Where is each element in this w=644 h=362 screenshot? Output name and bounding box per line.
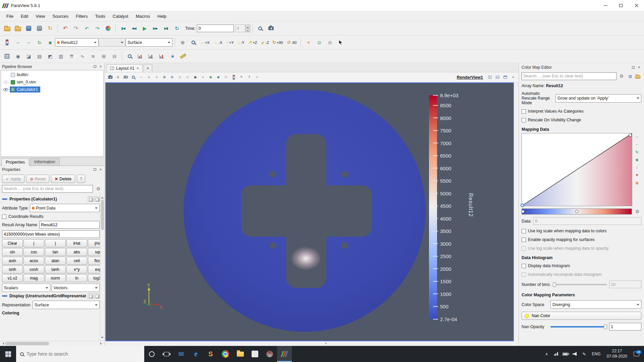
- clear-selection-button[interactable]: ∅: [222, 74, 229, 81]
- rescale-temporal-button[interactable]: ↻: [34, 38, 44, 48]
- slider-handle[interactable]: [553, 282, 556, 287]
- calc-button[interactable]: Clear: [2, 239, 23, 247]
- data-value-input[interactable]: [533, 217, 641, 225]
- calc-button[interactable]: asin: [2, 257, 23, 265]
- plot-over-line-button[interactable]: [135, 51, 145, 61]
- split-horizontal-button[interactable]: [486, 74, 493, 81]
- brake-disc-model[interactable]: [183, 90, 426, 332]
- menu-item[interactable]: Edit: [17, 12, 32, 20]
- select-polygon-points-button[interactable]: ◇: [184, 74, 191, 81]
- calc-button[interactable]: tanh: [45, 265, 66, 274]
- calc-button[interactable]: norm: [45, 274, 66, 282]
- edit-color-legend-button[interactable]: ✎: [238, 74, 245, 81]
- adjust-camera-button[interactable]: [335, 38, 345, 48]
- taskbar-search[interactable]: [16, 346, 144, 362]
- language-indicator[interactable]: ENG: [589, 352, 603, 356]
- first-frame-button[interactable]: ▮◀: [118, 23, 128, 34]
- color-midpoint-node[interactable]: [575, 210, 579, 213]
- calc-button[interactable]: v1.v2: [2, 274, 23, 282]
- hover-points-button[interactable]: ◉: [215, 74, 222, 81]
- slice-button[interactable]: ▤: [34, 51, 44, 61]
- camera-plusminus-y-button[interactable]: ↑+Y: [225, 38, 235, 48]
- scroll-right-icon[interactable]: [100, 342, 103, 345]
- camera-minus-x-button[interactable]: ←-X: [212, 38, 224, 48]
- paste-properties-button[interactable]: [94, 196, 100, 202]
- pipeline-item[interactable]: builtin:: [1, 71, 103, 78]
- camera-minus-90-button[interactable]: ↺-90: [285, 38, 298, 48]
- warp-by-vector-button[interactable]: ≋: [88, 51, 98, 61]
- minimize-button[interactable]: [598, 0, 613, 11]
- close-tab-icon[interactable]: [137, 66, 139, 71]
- pipeline-item[interactable]: Calculator1: [1, 86, 103, 93]
- undock-panel-button[interactable]: [631, 65, 636, 70]
- reset-camera-button[interactable]: ⊕: [177, 38, 187, 48]
- camera-redo-button[interactable]: ↷: [92, 23, 102, 34]
- properties-horizontal-scrollbar[interactable]: [0, 341, 104, 346]
- hidden-icons-button[interactable]: [542, 352, 551, 356]
- calc-button[interactable]: mag: [23, 274, 44, 282]
- chrome-app-button[interactable]: [218, 346, 233, 362]
- threshold-button[interactable]: ◩: [45, 51, 55, 61]
- sublime-app-button[interactable]: [203, 346, 218, 362]
- save-preset-button[interactable]: ▦: [633, 179, 640, 186]
- server-connect-button[interactable]: [23, 23, 34, 34]
- reset-center-button[interactable]: ⊙: [314, 38, 324, 48]
- camera-minus-z-button[interactable]: ↙-Z: [260, 38, 271, 48]
- select-polygon-cells-button[interactable]: ◇: [176, 74, 183, 81]
- scrollbar-thumb[interactable]: [5, 342, 49, 345]
- select-cells-button[interactable]: +: [145, 74, 152, 81]
- log-scale-colors-checkbox[interactable]: Use log scale when mapping data to color…: [522, 229, 641, 233]
- rescale-custom-button[interactable]: ⇔: [633, 141, 640, 148]
- toggle-color-legend-button[interactable]: [230, 74, 237, 81]
- maximize-view-button[interactable]: [502, 74, 509, 81]
- close-button[interactable]: [629, 0, 644, 11]
- layout-tab[interactable]: Layout #1: [107, 64, 143, 72]
- delete-button[interactable]: ✖ Delete: [51, 175, 75, 183]
- calc-button[interactable]: cosh: [23, 265, 44, 274]
- redo-button[interactable]: ↷: [71, 23, 81, 34]
- properties-search-input[interactable]: [2, 185, 93, 193]
- color-legend-settings-button[interactable]: [633, 207, 641, 216]
- search-options-button[interactable]: [94, 185, 102, 193]
- last-frame-button[interactable]: ▶▮: [161, 23, 171, 34]
- action-center-button[interactable]: 19: [631, 352, 642, 356]
- nan-opacity-slider[interactable]: [550, 324, 607, 329]
- undock-panel-button[interactable]: [93, 64, 97, 69]
- histogram-button[interactable]: [157, 51, 167, 61]
- mail-app-button[interactable]: [174, 346, 189, 362]
- slider-handle[interactable]: [604, 324, 607, 329]
- close-panel-button[interactable]: [98, 167, 103, 172]
- menu-item[interactable]: Filters: [72, 12, 91, 20]
- camera-plusminus-x-button[interactable]: →+X: [198, 38, 211, 48]
- find-data-button[interactable]: [124, 51, 135, 61]
- toggle-3d-button[interactable]: 3D: [122, 74, 129, 81]
- plot-selection-button[interactable]: [146, 51, 156, 61]
- color-space-combo[interactable]: Diverging: [550, 300, 641, 309]
- loop-button[interactable]: ↻: [172, 23, 182, 34]
- show-center-axes-button[interactable]: +: [303, 38, 313, 48]
- bins-input[interactable]: [609, 281, 641, 288]
- clock[interactable]: 22:17 07-09-2020: [604, 349, 630, 359]
- splitter-handle[interactable]: [324, 342, 328, 346]
- invert-transfer-button[interactable]: ↕: [633, 164, 640, 171]
- pick-center-button[interactable]: ⊙: [325, 38, 335, 48]
- properties-vertical-scrollbar[interactable]: [100, 194, 104, 341]
- bins-slider[interactable]: [553, 282, 607, 287]
- select-points-button[interactable]: +: [153, 74, 160, 81]
- add-layout-tab[interactable]: +: [144, 64, 152, 72]
- pipeline-item[interactable]: sim_0.vtm: [1, 78, 103, 86]
- help-button[interactable]: ?: [246, 74, 253, 81]
- media-app-button[interactable]: [248, 346, 262, 362]
- start-button[interactable]: [0, 346, 16, 362]
- interactive-select-cells-button[interactable]: +: [199, 74, 206, 81]
- edge-app-button[interactable]: [189, 346, 203, 362]
- open-button[interactable]: [2, 23, 12, 34]
- calc-button[interactable]: atan: [45, 257, 66, 265]
- tab-information[interactable]: Information: [30, 158, 60, 166]
- battery-button[interactable]: [561, 353, 570, 356]
- camera-plusminus-90-button[interactable]: ↻+90: [271, 38, 285, 48]
- pen-button[interactable]: [580, 352, 589, 357]
- close-panel-button[interactable]: [98, 64, 103, 69]
- attribute-type-combo[interactable]: Point Data: [30, 204, 100, 212]
- search-options-button[interactable]: [618, 72, 626, 80]
